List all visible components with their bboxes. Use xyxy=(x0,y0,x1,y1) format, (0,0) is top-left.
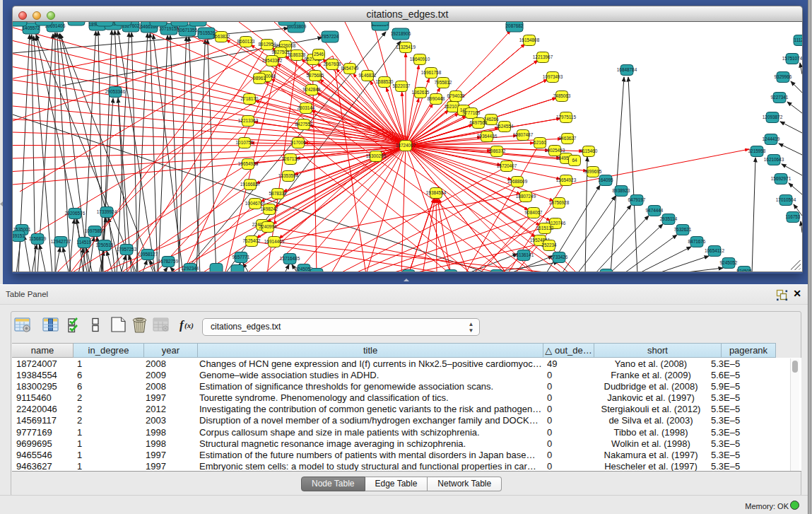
svg-text:15751074: 15751074 xyxy=(782,56,802,61)
svg-text:2718170: 2718170 xyxy=(241,96,259,101)
svg-text:1615132: 1615132 xyxy=(536,226,554,230)
svg-text:10046766: 10046766 xyxy=(245,201,266,206)
svg-text:1362615: 1362615 xyxy=(412,90,430,95)
svg-text:7663822: 7663822 xyxy=(213,34,230,39)
svg-text:9899695: 9899695 xyxy=(584,169,602,174)
svg-text:18807249: 18807249 xyxy=(516,194,536,199)
svg-text:6479197: 6479197 xyxy=(628,197,646,202)
svg-text:9463627: 9463627 xyxy=(559,136,577,141)
svg-text:10025453: 10025453 xyxy=(545,148,565,153)
svg-text:9115460: 9115460 xyxy=(580,148,598,153)
svg-text:10671355: 10671355 xyxy=(177,28,198,33)
svg-text:10975857: 10975857 xyxy=(85,228,105,233)
svg-text:9227341: 9227341 xyxy=(771,95,789,100)
svg-text:116753: 116753 xyxy=(786,214,801,219)
svg-text:15720407: 15720407 xyxy=(497,163,517,168)
svg-text:9084067: 9084067 xyxy=(525,210,543,215)
svg-text:12942737: 12942737 xyxy=(51,239,71,244)
svg-text:10543362: 10543362 xyxy=(262,58,283,63)
svg-text:8471676: 8471676 xyxy=(688,239,706,244)
svg-text:16782759: 16782759 xyxy=(158,259,179,264)
svg-text:3267130: 3267130 xyxy=(282,156,300,161)
svg-text:15692971: 15692971 xyxy=(771,176,792,181)
svg-text:20206576: 20206576 xyxy=(65,211,86,216)
svg-text:164095: 164095 xyxy=(598,177,613,182)
svg-text:7955812: 7955812 xyxy=(435,80,452,85)
svg-text:9146821: 9146821 xyxy=(359,73,377,78)
svg-text:20364436: 20364436 xyxy=(477,134,498,139)
svg-text:13353594: 13353594 xyxy=(278,173,299,178)
svg-text:7986372: 7986372 xyxy=(488,148,506,153)
svg-text:62160: 62160 xyxy=(534,140,546,145)
svg-text:19384554: 19384554 xyxy=(426,190,447,195)
svg-text:9777169: 9777169 xyxy=(463,110,481,115)
svg-text:12213363: 12213363 xyxy=(238,118,259,123)
svg-text:5322037: 5322037 xyxy=(393,83,411,88)
svg-text:17010504: 17010504 xyxy=(776,197,796,202)
svg-text:18640910: 18640910 xyxy=(410,57,430,62)
svg-text:1250515: 1250515 xyxy=(96,243,114,247)
svg-text:114519: 114519 xyxy=(77,240,92,245)
svg-text:3624554: 3624554 xyxy=(496,124,514,129)
svg-text:11325419: 11325419 xyxy=(396,45,416,49)
svg-text:19654938: 19654938 xyxy=(238,161,259,166)
svg-text:9329966: 9329966 xyxy=(775,74,792,79)
svg-text:1588520: 1588520 xyxy=(376,79,394,84)
svg-text:39151: 39151 xyxy=(13,233,25,238)
svg-text:10973493: 10973493 xyxy=(543,74,563,79)
svg-text:7625402: 7625402 xyxy=(243,238,261,243)
svg-text:19218906: 19218906 xyxy=(391,31,411,36)
svg-text:1156819: 1156819 xyxy=(29,236,47,241)
svg-text:16154808: 16154808 xyxy=(519,37,540,42)
svg-text:12213967: 12213967 xyxy=(533,54,553,59)
svg-text:10756928: 10756928 xyxy=(549,200,570,205)
svg-text:2240994: 2240994 xyxy=(259,224,277,229)
svg-text:13716485: 13716485 xyxy=(280,256,300,261)
svg-text:1010755: 1010755 xyxy=(236,140,254,145)
svg-text:11121: 11121 xyxy=(794,37,802,42)
svg-text:5878334: 5878334 xyxy=(269,191,287,196)
svg-text:5875685: 5875685 xyxy=(307,73,324,78)
svg-text:2087682: 2087682 xyxy=(506,23,524,28)
svg-text:8186328: 8186328 xyxy=(288,52,306,57)
svg-text:98961: 98961 xyxy=(253,76,266,81)
svg-text:16848784: 16848784 xyxy=(617,67,637,72)
svg-text:7485063: 7485063 xyxy=(553,93,571,98)
svg-text:16961758: 16961758 xyxy=(421,70,442,75)
svg-text:29053346: 29053346 xyxy=(105,89,126,94)
svg-text:13654923: 13654923 xyxy=(556,177,577,182)
svg-text:10807487: 10807487 xyxy=(513,132,534,137)
svg-text:1244419: 1244419 xyxy=(763,136,780,141)
svg-text:7632621: 7632621 xyxy=(674,227,692,232)
svg-text:12093872: 12093872 xyxy=(763,115,783,119)
svg-text:2967608: 2967608 xyxy=(324,62,341,66)
svg-text:10654112: 10654112 xyxy=(705,248,724,253)
svg-text:8938923: 8938923 xyxy=(613,188,630,193)
svg-text:2803144: 2803144 xyxy=(298,105,315,110)
svg-text:17339924: 17339924 xyxy=(97,209,117,214)
svg-text:10688609: 10688609 xyxy=(507,179,528,184)
svg-text:9474444: 9474444 xyxy=(646,208,664,213)
svg-text:16210643: 16210643 xyxy=(764,157,784,162)
svg-text:18300295: 18300295 xyxy=(366,153,387,158)
svg-text:6794028: 6794028 xyxy=(447,93,465,98)
svg-text:9245052: 9245052 xyxy=(720,260,738,265)
svg-text:8660123: 8660123 xyxy=(237,39,255,44)
svg-text:18724007: 18724007 xyxy=(396,143,416,148)
svg-text:2546: 2546 xyxy=(314,52,324,57)
svg-text:10719155: 10719155 xyxy=(159,26,180,31)
svg-text:8427552: 8427552 xyxy=(295,122,313,127)
svg-text:8912954: 8912954 xyxy=(259,42,276,47)
svg-text:2935114: 2935114 xyxy=(660,216,678,221)
svg-text:9242848: 9242848 xyxy=(303,87,321,92)
svg-text:17957253: 17957253 xyxy=(117,247,137,252)
svg-text:(x): (x) xyxy=(184,321,194,330)
svg-text:8454749: 8454749 xyxy=(341,66,359,71)
svg-text:10958127: 10958127 xyxy=(138,252,158,257)
svg-text:17975115: 17975115 xyxy=(556,115,576,119)
svg-text:7857224: 7857224 xyxy=(322,34,339,39)
svg-text:64: 64 xyxy=(572,158,577,163)
svg-text:1292344: 1292344 xyxy=(182,266,199,271)
svg-text:16914409: 16914409 xyxy=(264,239,285,244)
svg-text:1498242: 1498242 xyxy=(261,206,278,211)
